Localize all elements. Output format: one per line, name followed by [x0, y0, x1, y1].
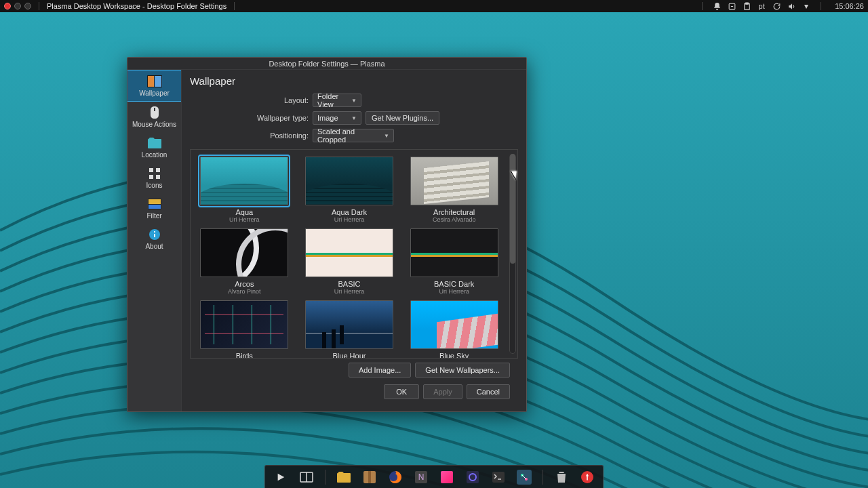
dialog-title: Desktop Folder Settings — Plasma: [127, 58, 526, 70]
sidebar-item-label: About: [145, 243, 163, 250]
wallpaper-thumb: [200, 300, 288, 349]
dock-app-archive[interactable]: [362, 470, 377, 485]
folder-icon: [146, 136, 163, 150]
layout-select[interactable]: Folder View ▼: [313, 94, 361, 107]
sidebar-item-label: Wallpaper: [139, 89, 170, 97]
cancel-button[interactable]: Cancel: [467, 384, 510, 399]
virtual-desktop-close[interactable]: [4, 3, 11, 9]
add-image-button[interactable]: Add Image...: [349, 363, 411, 378]
svg-text:N: N: [418, 472, 425, 482]
sidebar-item-wallpaper[interactable]: Wallpaper: [127, 70, 181, 102]
dock-separator: [542, 470, 543, 485]
dock-app-media[interactable]: [465, 470, 480, 485]
panel-divider: [702, 2, 703, 10]
usb-icon[interactable]: [727, 1, 736, 11]
chevron-down-icon: ▼: [351, 115, 357, 121]
wallpaper-author: Uri Herrera: [334, 288, 365, 295]
top-panel: Plasma Desktop Workspace - Desktop Folde…: [0, 0, 868, 12]
get-plugins-button[interactable]: Get New Plugins...: [366, 111, 439, 125]
wallpaper-item[interactable]: Blue Hour Xen Wildman: [302, 300, 397, 358]
ok-button[interactable]: OK: [384, 384, 419, 399]
wallpaper-author: Uri Herrera: [334, 216, 365, 223]
sidebar-item-icons[interactable]: Icons: [127, 163, 181, 193]
wallpaper-type-select[interactable]: Image ▼: [313, 111, 361, 125]
sidebar-item-about[interactable]: About: [127, 224, 181, 254]
dock-app-color[interactable]: [439, 470, 454, 485]
settings-sidebar: Wallpaper Mouse Actions Location Icons: [127, 70, 182, 411]
system-tray: pt ▾ 15:06:26: [698, 1, 864, 11]
window-title: Plasma Desktop Workspace - Desktop Folde…: [47, 2, 226, 10]
volume-icon[interactable]: [787, 1, 796, 11]
wallpaper-name: Blue Sky: [439, 352, 469, 358]
clock[interactable]: 15:06:26: [835, 2, 864, 10]
virtual-desktop-dot[interactable]: [14, 3, 21, 9]
svg-rect-6: [155, 76, 161, 87]
info-icon: [146, 228, 163, 241]
wallpaper-item[interactable]: Arcos Alvaro Pinot: [197, 228, 292, 295]
positioning-select[interactable]: Scaled and Cropped ▼: [313, 129, 394, 142]
svg-rect-9: [149, 175, 153, 179]
notifications-icon[interactable]: [712, 1, 722, 11]
sidebar-item-label: Mouse Actions: [132, 121, 176, 128]
page-heading: Wallpaper: [190, 75, 518, 87]
dock-app-notes[interactable]: N: [414, 470, 429, 485]
dock-power-icon[interactable]: [580, 470, 595, 485]
icons-icon: [146, 167, 163, 180]
dock-app-firefox[interactable]: [388, 470, 403, 485]
dock-app-files[interactable]: [336, 470, 351, 485]
svg-marker-17: [278, 473, 285, 481]
wallpaper-item[interactable]: Architectural Cesira Alvarado: [407, 157, 501, 223]
sidebar-item-filter[interactable]: Filter: [127, 193, 181, 224]
dock-activities-icon[interactable]: [299, 470, 314, 485]
wallpaper-name: Architectural: [433, 208, 475, 216]
wallpaper-author: Alvaro Pinot: [228, 288, 261, 295]
select-value: Scaled and Cropped: [317, 127, 378, 144]
tray-expand-icon[interactable]: ▾: [802, 1, 811, 11]
keyboard-layout-indicator[interactable]: pt: [757, 1, 766, 11]
settings-main: Wallpaper Layout: Folder View ▼ Wallpape…: [182, 70, 526, 411]
svg-rect-5: [148, 76, 154, 87]
wallpaper-item[interactable]: BASIC Uri Herrera: [302, 228, 397, 295]
wallpaper-item[interactable]: BASIC Dark Uri Herrera: [407, 228, 501, 295]
updates-icon[interactable]: [772, 1, 781, 11]
sidebar-item-location[interactable]: Location: [127, 132, 181, 163]
positioning-label: Positioning:: [190, 131, 309, 140]
wallpaper-item[interactable]: Aqua Uri Herrera: [197, 157, 292, 223]
desktop-settings-dialog: Desktop Folder Settings — Plasma Wallpap…: [127, 57, 527, 412]
dock-start-icon[interactable]: [273, 470, 288, 485]
sidebar-item-label: Filter: [146, 212, 161, 220]
svg-rect-10: [156, 175, 160, 179]
dock-app-terminal[interactable]: [491, 470, 506, 485]
svg-rect-7: [149, 168, 153, 172]
svg-rect-13: [149, 205, 161, 209]
get-wallpapers-button[interactable]: Get New Wallpapers...: [415, 363, 510, 378]
virtual-desktop-dot[interactable]: [24, 3, 31, 9]
dock-separator: [325, 470, 326, 485]
wallpaper-author: Uri Herrera: [229, 216, 260, 223]
panel-divider: [39, 2, 39, 10]
wallpaper-thumb: [410, 157, 498, 205]
filter-icon: [146, 197, 163, 211]
wallpaper-thumb: [200, 157, 288, 205]
wallpaper-item[interactable]: Aqua Dark Uri Herrera: [302, 157, 397, 223]
svg-rect-21: [368, 471, 371, 483]
svg-rect-27: [492, 472, 505, 483]
dock-trash-icon[interactable]: [554, 470, 569, 485]
wallpaper-scrollbar[interactable]: [509, 154, 516, 354]
wallpaper-thumb: [305, 228, 393, 277]
wallpaper-item[interactable]: Birds Hendrik Kespohl: [197, 300, 292, 358]
wallpaper-name: BASIC: [338, 280, 360, 288]
dock-app-settings[interactable]: [517, 470, 532, 485]
sidebar-item-mouse-actions[interactable]: Mouse Actions: [127, 102, 181, 132]
sidebar-item-label: Location: [142, 151, 167, 159]
wallpaper-item[interactable]: Blue Sky Parker Jhonson: [407, 300, 501, 358]
svg-rect-25: [467, 471, 479, 483]
sidebar-item-label: Icons: [146, 182, 163, 189]
wallpaper-name: Aqua: [235, 208, 253, 216]
wallpaper-name: Blue Hour: [333, 352, 366, 358]
apply-button[interactable]: Apply: [423, 384, 462, 399]
wallpaper-thumb: [410, 300, 498, 349]
clipboard-icon[interactable]: [742, 1, 751, 11]
svg-rect-3: [745, 3, 748, 4]
wallpaper-name: Arcos: [235, 280, 254, 288]
